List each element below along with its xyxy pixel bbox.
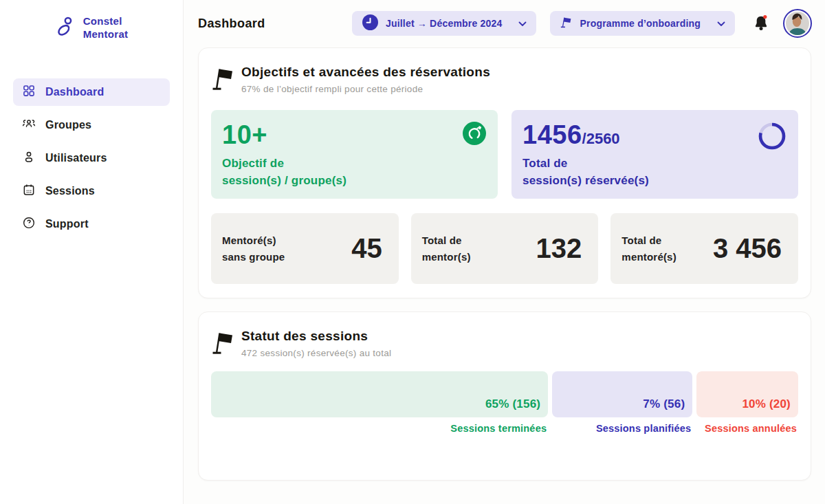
total-sessions-value: 1456 <box>522 120 582 149</box>
sessions-status-bar: 65% (156) Sessions terminées 7% (56) Ses… <box>211 371 798 434</box>
status-card-subtitle: 472 session(s) réservée(s) au total <box>241 348 391 358</box>
stat-value: 45 <box>351 233 382 264</box>
segment-bar: 10% (20) <box>696 371 798 417</box>
brand-name: Constel Mentorat <box>83 15 129 41</box>
brand-logo: Constel Mentorat <box>0 15 183 41</box>
segment-label: Sessions terminées <box>211 423 548 434</box>
sidebar-item-label: Sessions <box>45 185 95 197</box>
sidebar-item-support[interactable]: Support <box>13 210 170 238</box>
notification-dot <box>763 15 767 19</box>
chevron-down-icon <box>518 19 527 29</box>
help-icon <box>22 216 36 232</box>
stat-value: 3 456 <box>713 233 782 264</box>
total-sessions-tile: 1456/2560 Total de session(s) réservée(s… <box>512 110 798 199</box>
user-avatar[interactable] <box>783 9 812 38</box>
total-sessions-target: /2560 <box>582 130 620 147</box>
segment-percent: 65% (156) <box>485 397 540 411</box>
sidebar-item-label: Groupes <box>45 119 91 131</box>
groups-icon <box>22 117 36 133</box>
notifications-bell[interactable] <box>753 14 769 32</box>
sidebar-nav: Dashboard Groupes Utilisateurs <box>0 78 183 238</box>
objectives-card: Objectifs et avancées des réservations 6… <box>198 47 811 298</box>
flag-icon <box>560 16 573 31</box>
segment-bar: 7% (56) <box>552 371 692 417</box>
flag-icon <box>211 66 236 95</box>
objectives-card-title: Objectifs et avancées des réservations <box>241 65 490 80</box>
main-area: Dashboard Juillet → Décembre 2024 <box>184 0 825 504</box>
stat-value: 132 <box>536 233 582 264</box>
clock-icon <box>362 14 379 33</box>
segment-label: Sessions annulées <box>696 423 798 434</box>
segment-sessions-terminees: 65% (156) Sessions terminées <box>211 371 548 434</box>
sidebar-item-label: Support <box>45 218 89 230</box>
grid-icon <box>22 84 36 100</box>
dashboard-content: Objectifs et avancées des réservations 6… <box>184 47 825 481</box>
segment-sessions-planifiees: 7% (56) Sessions planifiées <box>552 371 692 434</box>
sidebar-item-utilisateurs[interactable]: Utilisateurs <box>13 144 170 172</box>
calendar-icon <box>22 183 36 199</box>
segment-sessions-annulees: 10% (20) Sessions annulées <box>696 371 798 434</box>
sidebar-item-sessions[interactable]: Sessions <box>13 177 170 205</box>
progress-ring <box>757 121 787 154</box>
flag-icon <box>211 330 236 359</box>
program-selector[interactable]: Programme d’onboarding <box>550 11 735 36</box>
constel-person-icon <box>55 16 77 41</box>
sidebar-item-label: Dashboard <box>45 86 104 98</box>
goal-label: Objectif de session(s) / groupe(s) <box>222 155 487 189</box>
chevron-down-icon <box>717 19 725 29</box>
segment-label: Sessions planifiées <box>552 423 692 434</box>
page-title: Dashboard <box>198 17 265 31</box>
sidebar-item-groupes[interactable]: Groupes <box>13 111 170 139</box>
user-icon <box>22 150 36 166</box>
sessions-status-card: Statut des sessions 472 session(s) réser… <box>198 311 811 481</box>
sidebar-item-label: Utilisateurs <box>45 152 107 164</box>
goal-value: 10+ <box>222 120 487 150</box>
status-card-title: Statut des sessions <box>241 329 391 344</box>
sidebar-item-dashboard[interactable]: Dashboard <box>13 78 170 106</box>
segment-percent: 7% (56) <box>643 397 685 411</box>
program-selector-label: Programme d’onboarding <box>580 18 701 29</box>
topbar: Dashboard Juillet → Décembre 2024 <box>184 0 825 47</box>
segment-bar: 65% (156) <box>211 371 548 417</box>
goal-check-icon <box>462 121 487 149</box>
period-selector-label: Juillet → Décembre 2024 <box>386 18 503 29</box>
period-selector[interactable]: Juillet → Décembre 2024 <box>352 11 537 36</box>
goal-tile: 10+ Objectif de session(s) / groupe(s) <box>211 110 498 199</box>
stat-mentores-sans-groupe: Mentoré(s) sans groupe 45 <box>211 213 399 284</box>
total-sessions-label: Total de session(s) réservée(s) <box>522 155 787 189</box>
stat-total-mentors: Total de mentor(s) 132 <box>411 213 599 284</box>
stat-total-mentores: Total de mentoré(s) 3 456 <box>610 213 798 284</box>
sidebar: Constel Mentorat Dashboard <box>0 0 184 504</box>
objectives-card-subtitle: 67% de l’objectif rempli pour cette péri… <box>241 84 490 94</box>
segment-percent: 10% (20) <box>742 397 791 411</box>
